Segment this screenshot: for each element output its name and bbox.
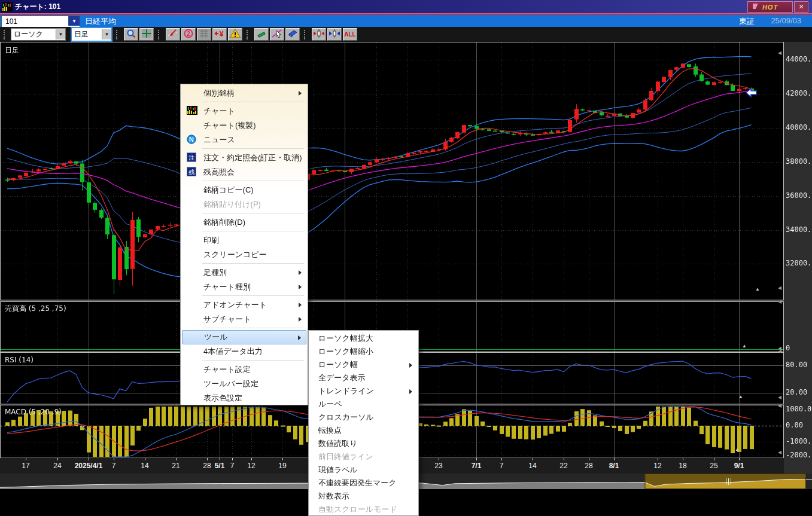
menu-item-chart-kind[interactable]: チャート種別: [182, 280, 306, 294]
x-axis-tick-label: 21: [172, 462, 180, 470]
scroll-arrow-icon[interactable]: ◀: [778, 403, 781, 408]
panel-resize-icon[interactable]: ▲: [738, 394, 743, 399]
yen-back-button[interactable]: ¥: [212, 28, 227, 41]
menu-item-label: 銘柄貼り付け(P): [203, 199, 261, 210]
panel-resize-icon[interactable]: ▲: [735, 447, 740, 452]
menu-item-label: ツールバー設定: [203, 378, 258, 389]
x-axis-tick-label: 7: [500, 462, 504, 470]
pencil-button[interactable]: [254, 28, 269, 41]
chevron-down-icon[interactable]: ▼: [56, 29, 65, 39]
y-axis-tick-label: -1000.00: [786, 437, 812, 445]
menu-item-label: チャート種別: [203, 282, 251, 292]
toolbar-grip-icon[interactable]: [4, 30, 8, 39]
symbol-code-combobox[interactable]: 101 ▼: [1, 16, 80, 28]
hot-button[interactable]: HOT: [747, 1, 793, 13]
chevron-down-icon[interactable]: ▼: [68, 16, 80, 26]
crosshair-icon: [141, 29, 153, 40]
panel-resize-icon[interactable]: ▲: [742, 343, 747, 349]
scroll-arrow-icon[interactable]: ◀: [778, 395, 781, 400]
menu-item-label: アドオンチャート: [203, 300, 267, 310]
menu-item-current-price-label[interactable]: 現値ラベル: [310, 463, 417, 477]
toolbar-grip-icon[interactable]: [304, 30, 309, 39]
menu-item-ohlc-export[interactable]: 4本値データ出力: [182, 344, 306, 359]
y-axis-tick-label: 0.00: [786, 421, 803, 429]
x-axis-tick-label: 14: [141, 462, 148, 470]
line-select-button[interactable]: [270, 28, 284, 41]
menu-item-bar-type[interactable]: 足種別: [182, 265, 306, 280]
x-axis-tick: [145, 458, 145, 460]
menu-item-candle-width-expand[interactable]: ローソク幅拡大: [310, 332, 417, 345]
menu-item-label: チャート: [203, 106, 235, 117]
x-axis-tick: [658, 458, 658, 460]
all-button[interactable]: ALL: [343, 28, 357, 41]
menu-item-log-scale[interactable]: 対数表示: [310, 490, 417, 503]
menu-item-chart-copy[interactable]: チャート(複製): [182, 118, 306, 133]
menu-item-chart[interactable]: チャート: [182, 104, 306, 118]
eraser-button[interactable]: [285, 28, 300, 41]
scroll-arrow-icon[interactable]: ◀: [778, 450, 781, 455]
chart-type-combobox[interactable]: ローソク ▼: [11, 28, 66, 41]
chevron-down-icon[interactable]: ▼: [102, 29, 111, 39]
x-axis-tick: [533, 458, 533, 460]
toolbar-grip-icon[interactable]: [158, 30, 163, 39]
zoom-button[interactable]: [124, 28, 138, 41]
menu-item-addon-chart[interactable]: アドオンチャート: [182, 298, 306, 312]
menu-item-discontinuity-mark[interactable]: 不連続要因発生マーク: [310, 477, 417, 490]
scroll-arrow-icon[interactable]: ◀: [778, 299, 781, 304]
price-axis[interactable]: 44000.0042000.0040000.0038000.0036000.00…: [784, 42, 812, 474]
window-title: チャート: 101: [15, 2, 60, 12]
menu-item-loupe[interactable]: ルーペ: [310, 398, 417, 411]
menu-item-trendline[interactable]: トレンドライン: [310, 384, 417, 398]
menu-item-screen-copy[interactable]: スクリーンコピー: [182, 248, 306, 262]
y-axis-tick-label: 42000.00: [786, 89, 812, 97]
menu-item-sub-chart[interactable]: サブチャート: [182, 312, 306, 326]
menu-item-kobetsu-meigara[interactable]: 個別銘柄: [182, 86, 306, 100]
x-axis-tick-label: 28: [585, 462, 592, 470]
menu-item-news[interactable]: Nニュース: [182, 133, 306, 147]
close-button[interactable]: ✕: [794, 1, 808, 13]
menu-item-color-settings[interactable]: 表示色設定: [182, 391, 306, 405]
menu-item-balance-inquiry[interactable]: 残残高照会: [182, 165, 306, 179]
scroll-arrow-icon[interactable]: ◀: [778, 50, 781, 56]
menu-item-print[interactable]: 印刷: [182, 233, 306, 248]
x-axis-tick: [614, 458, 615, 460]
y-axis-tick-label: 44000.00: [786, 55, 812, 63]
toolbar-grip-icon[interactable]: [247, 30, 251, 39]
chart-download-button[interactable]: [166, 28, 180, 41]
warning-button[interactable]: [228, 28, 242, 41]
menu-item-turning-point[interactable]: 転換点: [310, 424, 417, 437]
menu-item-toolbar-settings[interactable]: ツールバー設定: [182, 377, 306, 391]
menu-item-show-all-data[interactable]: 全データ表示: [310, 371, 417, 384]
crosshair-button[interactable]: [139, 28, 154, 41]
panel-resize-icon[interactable]: ▲: [755, 286, 760, 292]
menu-item-label: 注文・約定照会(訂正・取消): [203, 152, 302, 163]
menu-item-symbol-delete[interactable]: 銘柄削除(D): [182, 215, 306, 230]
x-axis-tick: [232, 458, 233, 460]
menu-item-chart-settings[interactable]: チャート設定: [182, 362, 306, 377]
x-axis-tick: [251, 458, 252, 460]
candle-shrink-button[interactable]: [327, 28, 342, 41]
menu-item-value-readout[interactable]: 数値読取り: [310, 437, 417, 450]
circled-2-button[interactable]: 2: [181, 28, 196, 41]
x-axis-tick: [589, 458, 589, 460]
scroll-arrow-icon[interactable]: ◀: [778, 349, 781, 354]
y-axis-tick-label: 38000.00: [786, 157, 812, 166]
menu-item-cross-cursor[interactable]: クロスカーソル: [310, 411, 417, 424]
submenu-arrow-icon: [299, 270, 302, 275]
menu-item-candle-width-shrink[interactable]: ローソク幅縮小: [310, 345, 417, 358]
x-axis-tick-label: 7: [112, 462, 116, 470]
menu-item-order-inquiry[interactable]: 注注文・約定照会(訂正・取消): [182, 151, 306, 165]
timeframe-combobox[interactable]: 日足 ▼: [71, 27, 112, 42]
x-axis-tick-label: 18: [679, 462, 686, 470]
menu-item-candle-width[interactable]: ローソク幅: [310, 358, 417, 371]
candle-expand-button[interactable]: [312, 28, 326, 41]
toolbar-grip-icon[interactable]: [116, 30, 121, 39]
menu-item-tools[interactable]: ツール: [182, 330, 306, 344]
submenu-arrow-icon: [299, 285, 302, 289]
menu-item-label: 銘柄コピー(C): [203, 185, 254, 196]
menu-item-symbol-copy[interactable]: 銘柄コピー(C): [182, 183, 306, 197]
menu-item-label: チャート設定: [203, 364, 251, 375]
yen-back-icon: ¥: [214, 29, 226, 40]
x-axis-tick-label: 8/1: [609, 462, 619, 470]
scroll-arrow-icon[interactable]: ◀: [778, 285, 781, 291]
